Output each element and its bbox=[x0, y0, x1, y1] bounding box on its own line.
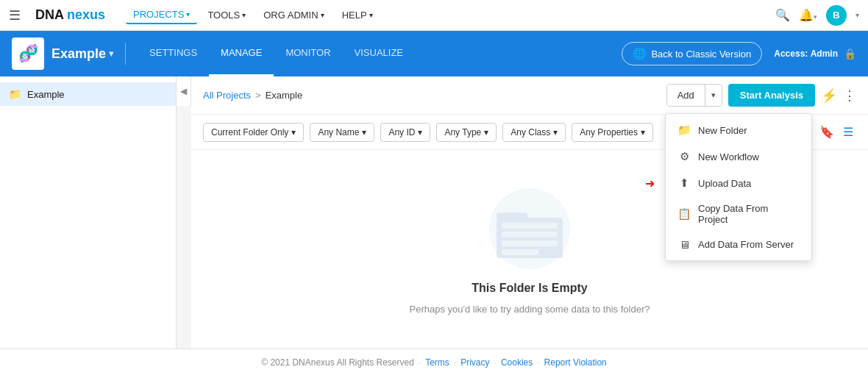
tab-monitor[interactable]: MONITOR bbox=[274, 31, 342, 76]
sidebar-collapse-button[interactable]: ◀ bbox=[177, 76, 191, 106]
filter-type-label: Any Type bbox=[444, 127, 481, 138]
project-name-area[interactable]: Example ▾ bbox=[51, 46, 113, 62]
chevron-down-icon: ▾ bbox=[369, 11, 373, 19]
nav-item-tools[interactable]: TOOLS ▾ bbox=[200, 7, 253, 24]
start-analysis-button[interactable]: Start Analysis bbox=[728, 84, 815, 107]
globe-icon: 🌐 bbox=[633, 47, 647, 60]
filter-current-folder[interactable]: Current Folder Only ▾ bbox=[203, 123, 304, 142]
filter-id[interactable]: Any ID ▾ bbox=[380, 123, 430, 142]
content-area: 📁 Example ◀ All Projects > Example Add ▾… bbox=[0, 76, 868, 349]
footer-dot-2: · bbox=[454, 357, 456, 368]
filter-current-folder-label: Current Folder Only bbox=[211, 127, 288, 138]
filter-class-label: Any Class bbox=[511, 127, 550, 138]
hamburger-icon[interactable]: ☰ bbox=[9, 7, 21, 24]
breadcrumb-separator: > bbox=[255, 90, 261, 101]
add-button-caret-icon[interactable]: ▾ bbox=[705, 85, 722, 105]
project-icon-box: 🧬 bbox=[12, 38, 44, 70]
logo-dna: DNA bbox=[35, 7, 64, 23]
more-options-icon[interactable]: ⋮ bbox=[843, 88, 856, 104]
chevron-down-icon: ▾ bbox=[186, 10, 190, 18]
nav-tools-label: TOOLS bbox=[207, 10, 240, 21]
footer-report-link[interactable]: Report Violation bbox=[544, 357, 607, 368]
back-classic-label: Back to Classic Version bbox=[651, 49, 751, 60]
dropdown-item-add-server[interactable]: 🖥 Add Data From Server bbox=[666, 232, 811, 257]
project-divider bbox=[125, 43, 126, 65]
workflow-icon: ⚙ bbox=[677, 150, 691, 163]
dropdown-item-new-folder[interactable]: 📁 New Folder bbox=[666, 117, 811, 143]
upload-icon: ⬆ bbox=[677, 176, 691, 190]
tab-settings[interactable]: SETTINGS bbox=[138, 31, 209, 76]
svg-rect-2 bbox=[497, 213, 527, 221]
sidebar-item-example[interactable]: 📁 Example bbox=[0, 82, 176, 106]
project-navigation-bar: 🧬 Example ▾ SETTINGS MANAGE MONITOR VISU… bbox=[0, 31, 868, 76]
footer-dot-3: · bbox=[494, 357, 497, 368]
empty-folder-title: This Folder Is Empty bbox=[472, 282, 587, 295]
add-button[interactable]: Add ▾ bbox=[666, 84, 722, 107]
filter-properties[interactable]: Any Properties ▾ bbox=[572, 123, 653, 142]
list-view-icon[interactable]: ☰ bbox=[840, 122, 856, 142]
footer-terms-link[interactable]: Terms bbox=[425, 357, 449, 368]
nav-item-org-admin[interactable]: ORG ADMIN ▾ bbox=[256, 7, 331, 24]
footer-privacy-link[interactable]: Privacy bbox=[460, 357, 489, 368]
user-avatar[interactable]: B bbox=[826, 5, 847, 26]
logo[interactable]: DNAnexus bbox=[35, 7, 105, 23]
footer-cookies-link[interactable]: Cookies bbox=[501, 357, 533, 368]
filter-folder-caret-icon: ▾ bbox=[291, 127, 296, 138]
empty-folder-illustration bbox=[478, 185, 581, 273]
dropdown-new-folder-label: New Folder bbox=[698, 125, 747, 136]
svg-rect-3 bbox=[502, 223, 558, 229]
filter-name-label: Any Name bbox=[318, 127, 359, 138]
filter-properties-label: Any Properties bbox=[580, 127, 638, 138]
dropdown-copy-label: Copy Data From Project bbox=[698, 203, 800, 225]
main-panel: All Projects > Example Add ▾ Start Analy… bbox=[191, 76, 868, 349]
bookmark-view-icon[interactable]: 🔖 bbox=[817, 122, 837, 142]
dropdown-item-copy-data[interactable]: 📋 Copy Data From Project bbox=[666, 196, 811, 232]
logo-nexus: nexus bbox=[67, 7, 105, 23]
lock-icon: 🔒 bbox=[844, 48, 856, 60]
footer-dot-1: · bbox=[419, 357, 421, 368]
server-icon: 🖥 bbox=[677, 238, 691, 251]
back-to-classic-button[interactable]: 🌐 Back to Classic Version bbox=[622, 42, 762, 65]
sidebar-item-label: Example bbox=[27, 89, 65, 100]
footer-dot-4: · bbox=[537, 357, 539, 368]
copy-icon: 📋 bbox=[677, 207, 691, 221]
actions-area: Add ▾ Start Analysis ⚡ ⋮ 📁 New Folder ⚙ … bbox=[666, 84, 856, 107]
breadcrumb-current: Example bbox=[266, 90, 303, 101]
svg-rect-4 bbox=[502, 232, 558, 238]
folder-icon: 📁 bbox=[9, 88, 21, 100]
filter-properties-caret-icon: ▾ bbox=[641, 127, 645, 138]
sidebar-container: 📁 Example ◀ bbox=[0, 76, 191, 349]
dropdown-item-upload-data[interactable]: ➜ ⬆ Upload Data bbox=[666, 170, 811, 196]
footer-copyright: © 2021 DNAnexus All Rights Reserved bbox=[261, 357, 414, 368]
filter-name[interactable]: Any Name ▾ bbox=[310, 123, 374, 142]
filter-type[interactable]: Any Type ▾ bbox=[436, 123, 497, 142]
nav-item-help[interactable]: HELP ▾ bbox=[335, 7, 380, 24]
bell-caret: ▾ bbox=[814, 13, 817, 21]
filter-class-caret-icon: ▾ bbox=[553, 127, 558, 138]
tab-visualize[interactable]: VISUALIZE bbox=[343, 31, 415, 76]
chevron-down-icon: ▾ bbox=[242, 11, 246, 19]
chevron-down-icon: ▾ bbox=[321, 11, 324, 19]
breadcrumb: All Projects > Example bbox=[203, 90, 302, 101]
breadcrumb-all-projects[interactable]: All Projects bbox=[203, 90, 251, 101]
notification-bell-icon[interactable]: 🔔▾ bbox=[799, 8, 817, 22]
project-avatar-icon: 🧬 bbox=[18, 44, 38, 63]
dropdown-item-new-workflow[interactable]: ⚙ New Workflow bbox=[666, 143, 811, 170]
top-navigation: ☰ DNAnexus PROJECTS ▾ TOOLS ▾ ORG ADMIN … bbox=[0, 0, 868, 31]
filter-id-label: Any ID bbox=[388, 127, 415, 138]
project-tabs: SETTINGS MANAGE MONITOR VISUALIZE bbox=[138, 31, 415, 76]
access-value: Admin bbox=[811, 49, 838, 59]
folder-icon: 📁 bbox=[677, 124, 691, 137]
dropdown-upload-label: Upload Data bbox=[698, 178, 751, 189]
add-button-label: Add bbox=[667, 85, 705, 106]
filter-class[interactable]: Any Class ▾ bbox=[502, 123, 566, 142]
upload-arrow-icon: ➜ bbox=[645, 176, 655, 190]
nav-org-label: ORG ADMIN bbox=[263, 10, 318, 21]
filter-icon[interactable]: ⚡ bbox=[821, 88, 837, 104]
tab-manage[interactable]: MANAGE bbox=[209, 31, 274, 76]
search-icon[interactable]: 🔍 bbox=[775, 8, 790, 22]
nav-item-projects[interactable]: PROJECTS ▾ bbox=[126, 6, 197, 24]
access-label: Access: bbox=[774, 49, 808, 59]
collapse-left-icon: ◀ bbox=[180, 86, 187, 96]
nav-right-area: 🔍 🔔▾ B ▾ bbox=[775, 5, 859, 26]
